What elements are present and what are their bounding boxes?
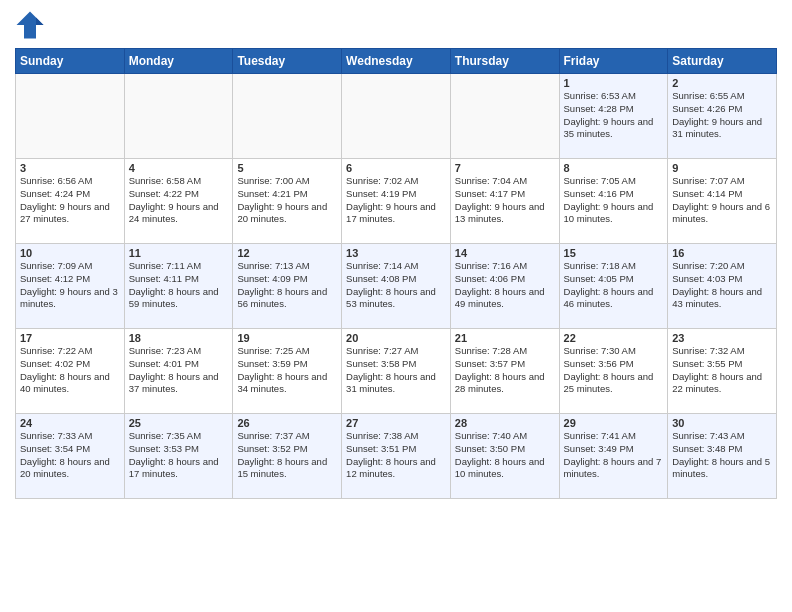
day-info: Sunrise: 7:13 AM Sunset: 4:09 PM Dayligh… xyxy=(237,260,337,311)
week-row-4: 17Sunrise: 7:22 AM Sunset: 4:02 PM Dayli… xyxy=(16,329,777,414)
day-info: Sunrise: 7:05 AM Sunset: 4:16 PM Dayligh… xyxy=(564,175,664,226)
calendar-cell xyxy=(124,74,233,159)
day-info: Sunrise: 6:56 AM Sunset: 4:24 PM Dayligh… xyxy=(20,175,120,226)
day-number: 23 xyxy=(672,332,772,344)
day-number: 12 xyxy=(237,247,337,259)
day-number: 17 xyxy=(20,332,120,344)
day-number: 29 xyxy=(564,417,664,429)
day-number: 25 xyxy=(129,417,229,429)
calendar-cell xyxy=(450,74,559,159)
week-row-3: 10Sunrise: 7:09 AM Sunset: 4:12 PM Dayli… xyxy=(16,244,777,329)
calendar-cell: 2Sunrise: 6:55 AM Sunset: 4:26 PM Daylig… xyxy=(668,74,777,159)
calendar-cell: 13Sunrise: 7:14 AM Sunset: 4:08 PM Dayli… xyxy=(342,244,451,329)
calendar-cell xyxy=(16,74,125,159)
day-number: 4 xyxy=(129,162,229,174)
calendar-cell: 3Sunrise: 6:56 AM Sunset: 4:24 PM Daylig… xyxy=(16,159,125,244)
day-info: Sunrise: 7:07 AM Sunset: 4:14 PM Dayligh… xyxy=(672,175,772,226)
day-number: 26 xyxy=(237,417,337,429)
weekday-header-thursday: Thursday xyxy=(450,49,559,74)
day-info: Sunrise: 7:16 AM Sunset: 4:06 PM Dayligh… xyxy=(455,260,555,311)
day-number: 16 xyxy=(672,247,772,259)
day-number: 30 xyxy=(672,417,772,429)
calendar-cell: 30Sunrise: 7:43 AM Sunset: 3:48 PM Dayli… xyxy=(668,414,777,499)
day-number: 5 xyxy=(237,162,337,174)
day-number: 28 xyxy=(455,417,555,429)
day-number: 13 xyxy=(346,247,446,259)
calendar-cell: 14Sunrise: 7:16 AM Sunset: 4:06 PM Dayli… xyxy=(450,244,559,329)
calendar-cell: 10Sunrise: 7:09 AM Sunset: 4:12 PM Dayli… xyxy=(16,244,125,329)
day-info: Sunrise: 7:25 AM Sunset: 3:59 PM Dayligh… xyxy=(237,345,337,396)
day-number: 9 xyxy=(672,162,772,174)
calendar-cell: 26Sunrise: 7:37 AM Sunset: 3:52 PM Dayli… xyxy=(233,414,342,499)
day-info: Sunrise: 7:30 AM Sunset: 3:56 PM Dayligh… xyxy=(564,345,664,396)
day-number: 8 xyxy=(564,162,664,174)
calendar-cell: 5Sunrise: 7:00 AM Sunset: 4:21 PM Daylig… xyxy=(233,159,342,244)
calendar-cell: 19Sunrise: 7:25 AM Sunset: 3:59 PM Dayli… xyxy=(233,329,342,414)
day-number: 6 xyxy=(346,162,446,174)
calendar-cell: 12Sunrise: 7:13 AM Sunset: 4:09 PM Dayli… xyxy=(233,244,342,329)
calendar-cell: 27Sunrise: 7:38 AM Sunset: 3:51 PM Dayli… xyxy=(342,414,451,499)
day-number: 14 xyxy=(455,247,555,259)
weekday-header-row: SundayMondayTuesdayWednesdayThursdayFrid… xyxy=(16,49,777,74)
day-info: Sunrise: 7:40 AM Sunset: 3:50 PM Dayligh… xyxy=(455,430,555,481)
day-info: Sunrise: 6:58 AM Sunset: 4:22 PM Dayligh… xyxy=(129,175,229,226)
calendar-cell: 29Sunrise: 7:41 AM Sunset: 3:49 PM Dayli… xyxy=(559,414,668,499)
logo xyxy=(15,10,47,40)
day-info: Sunrise: 7:09 AM Sunset: 4:12 PM Dayligh… xyxy=(20,260,120,311)
weekday-header-wednesday: Wednesday xyxy=(342,49,451,74)
calendar-cell: 22Sunrise: 7:30 AM Sunset: 3:56 PM Dayli… xyxy=(559,329,668,414)
calendar-cell xyxy=(342,74,451,159)
calendar-cell xyxy=(233,74,342,159)
calendar-cell: 25Sunrise: 7:35 AM Sunset: 3:53 PM Dayli… xyxy=(124,414,233,499)
calendar-cell: 20Sunrise: 7:27 AM Sunset: 3:58 PM Dayli… xyxy=(342,329,451,414)
day-number: 21 xyxy=(455,332,555,344)
day-number: 11 xyxy=(129,247,229,259)
week-row-2: 3Sunrise: 6:56 AM Sunset: 4:24 PM Daylig… xyxy=(16,159,777,244)
day-number: 19 xyxy=(237,332,337,344)
calendar-cell: 8Sunrise: 7:05 AM Sunset: 4:16 PM Daylig… xyxy=(559,159,668,244)
weekday-header-saturday: Saturday xyxy=(668,49,777,74)
calendar-cell: 9Sunrise: 7:07 AM Sunset: 4:14 PM Daylig… xyxy=(668,159,777,244)
day-info: Sunrise: 7:22 AM Sunset: 4:02 PM Dayligh… xyxy=(20,345,120,396)
day-info: Sunrise: 7:11 AM Sunset: 4:11 PM Dayligh… xyxy=(129,260,229,311)
calendar-cell: 4Sunrise: 6:58 AM Sunset: 4:22 PM Daylig… xyxy=(124,159,233,244)
day-number: 7 xyxy=(455,162,555,174)
day-info: Sunrise: 7:02 AM Sunset: 4:19 PM Dayligh… xyxy=(346,175,446,226)
calendar-cell: 7Sunrise: 7:04 AM Sunset: 4:17 PM Daylig… xyxy=(450,159,559,244)
calendar-table: SundayMondayTuesdayWednesdayThursdayFrid… xyxy=(15,48,777,499)
day-number: 3 xyxy=(20,162,120,174)
day-info: Sunrise: 7:33 AM Sunset: 3:54 PM Dayligh… xyxy=(20,430,120,481)
calendar-cell: 16Sunrise: 7:20 AM Sunset: 4:03 PM Dayli… xyxy=(668,244,777,329)
day-info: Sunrise: 7:38 AM Sunset: 3:51 PM Dayligh… xyxy=(346,430,446,481)
day-number: 24 xyxy=(20,417,120,429)
day-number: 22 xyxy=(564,332,664,344)
day-info: Sunrise: 6:53 AM Sunset: 4:28 PM Dayligh… xyxy=(564,90,664,141)
day-info: Sunrise: 7:32 AM Sunset: 3:55 PM Dayligh… xyxy=(672,345,772,396)
calendar-cell: 1Sunrise: 6:53 AM Sunset: 4:28 PM Daylig… xyxy=(559,74,668,159)
calendar-cell: 6Sunrise: 7:02 AM Sunset: 4:19 PM Daylig… xyxy=(342,159,451,244)
calendar-cell: 17Sunrise: 7:22 AM Sunset: 4:02 PM Dayli… xyxy=(16,329,125,414)
day-number: 10 xyxy=(20,247,120,259)
calendar-cell: 15Sunrise: 7:18 AM Sunset: 4:05 PM Dayli… xyxy=(559,244,668,329)
week-row-1: 1Sunrise: 6:53 AM Sunset: 4:28 PM Daylig… xyxy=(16,74,777,159)
day-info: Sunrise: 7:14 AM Sunset: 4:08 PM Dayligh… xyxy=(346,260,446,311)
week-row-5: 24Sunrise: 7:33 AM Sunset: 3:54 PM Dayli… xyxy=(16,414,777,499)
day-info: Sunrise: 7:41 AM Sunset: 3:49 PM Dayligh… xyxy=(564,430,664,481)
day-info: Sunrise: 7:28 AM Sunset: 3:57 PM Dayligh… xyxy=(455,345,555,396)
day-info: Sunrise: 6:55 AM Sunset: 4:26 PM Dayligh… xyxy=(672,90,772,141)
day-info: Sunrise: 7:27 AM Sunset: 3:58 PM Dayligh… xyxy=(346,345,446,396)
day-number: 15 xyxy=(564,247,664,259)
day-number: 2 xyxy=(672,77,772,89)
calendar-cell: 24Sunrise: 7:33 AM Sunset: 3:54 PM Dayli… xyxy=(16,414,125,499)
day-info: Sunrise: 7:20 AM Sunset: 4:03 PM Dayligh… xyxy=(672,260,772,311)
day-info: Sunrise: 7:04 AM Sunset: 4:17 PM Dayligh… xyxy=(455,175,555,226)
weekday-header-friday: Friday xyxy=(559,49,668,74)
header xyxy=(15,10,777,40)
calendar-cell: 11Sunrise: 7:11 AM Sunset: 4:11 PM Dayli… xyxy=(124,244,233,329)
calendar-cell: 23Sunrise: 7:32 AM Sunset: 3:55 PM Dayli… xyxy=(668,329,777,414)
calendar-cell: 21Sunrise: 7:28 AM Sunset: 3:57 PM Dayli… xyxy=(450,329,559,414)
day-number: 18 xyxy=(129,332,229,344)
weekday-header-sunday: Sunday xyxy=(16,49,125,74)
day-info: Sunrise: 7:35 AM Sunset: 3:53 PM Dayligh… xyxy=(129,430,229,481)
calendar-page: SundayMondayTuesdayWednesdayThursdayFrid… xyxy=(0,0,792,612)
